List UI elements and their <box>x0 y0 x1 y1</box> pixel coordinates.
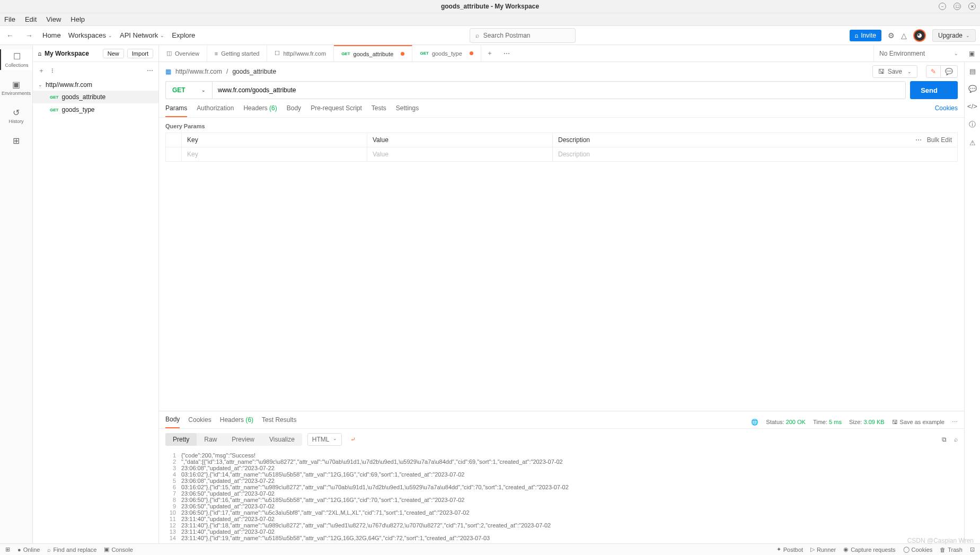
nav-explore[interactable]: Explore <box>172 31 195 39</box>
maximize-button[interactable]: ☐ <box>953 3 961 10</box>
footer-trash[interactable]: 🗑 Trash <box>940 546 963 553</box>
nav-workspaces[interactable]: Workspaces⌄ <box>68 31 112 39</box>
chevron-down-icon: ⌄ <box>333 436 337 443</box>
nav-home[interactable]: Home <box>42 31 61 39</box>
leftbar-item-environments[interactable]: ▣Environments <box>0 77 32 98</box>
cookies-link[interactable]: Cookies <box>935 104 958 117</box>
view-tab-preview[interactable]: Preview <box>224 433 262 446</box>
url-input[interactable] <box>212 81 906 99</box>
new-button[interactable]: New <box>103 49 124 58</box>
save-button[interactable]: 🖫Save⌄ <box>872 65 917 78</box>
footer-find[interactable]: ⌕ Find and replace <box>47 547 96 553</box>
code-icon[interactable]: </> <box>967 102 977 110</box>
response-tab-test-results[interactable]: Test Results <box>262 416 296 428</box>
workspace-name[interactable]: My Workspace <box>45 50 100 57</box>
response-body[interactable]: 1{"code":200,"msg":"Success!2","data":[{… <box>159 450 964 543</box>
minimize-button[interactable]: − <box>939 3 946 10</box>
info-icon[interactable]: ⓘ <box>969 120 976 129</box>
menu-edit[interactable]: Edit <box>25 15 37 23</box>
avatar[interactable]: ◕ <box>913 29 926 42</box>
footer-postbot[interactable]: ✦ Postbot <box>776 546 803 553</box>
footer-runner[interactable]: ▷ Runner <box>810 546 836 553</box>
tab[interactable]: ☐http//www.fr.com <box>267 45 334 61</box>
edit-icon[interactable]: ✎ <box>926 66 941 77</box>
search-input[interactable]: ⌕ Search Postman <box>470 28 576 43</box>
nav-api-network[interactable]: API Network⌄ <box>120 31 164 39</box>
nav-forward-icon[interactable]: → <box>23 31 35 40</box>
tab[interactable]: GETgoods_type <box>412 45 481 61</box>
search-icon[interactable]: ⌕ <box>954 436 958 443</box>
menu-help[interactable]: Help <box>70 15 85 23</box>
view-tab-visualize[interactable]: Visualize <box>262 433 302 446</box>
view-tab-raw[interactable]: Raw <box>197 433 224 446</box>
request-tab-authorization[interactable]: Authorization <box>197 104 234 117</box>
save-example-button[interactable]: 🖫Save as example <box>892 419 944 425</box>
nav-back-icon[interactable]: ← <box>4 31 16 40</box>
comments-icon[interactable]: 💬 <box>968 85 977 93</box>
method-dropdown[interactable]: GET⌄ <box>165 81 212 99</box>
tab[interactable]: GETgoods_attribute <box>334 45 412 61</box>
more-icon[interactable]: ⋯ <box>915 136 922 144</box>
send-button[interactable]: Send⌄ <box>910 81 958 99</box>
request-tab-headers[interactable]: Headers (6) <box>243 104 277 117</box>
notifications-icon[interactable]: △ <box>901 31 907 40</box>
wrap-lines-icon[interactable]: ⤶ <box>346 434 360 445</box>
value-input[interactable]: Value <box>367 147 553 161</box>
request-tab-pre-request-script[interactable]: Pre-request Script <box>311 104 362 117</box>
request-item[interactable]: GETgoods_attribute <box>33 91 158 103</box>
filter-icon[interactable]: ⫶ <box>51 67 54 74</box>
request-tab-body[interactable]: Body <box>287 104 301 117</box>
window-controls: − ☐ ✕ <box>939 3 976 10</box>
footer-panel-icon[interactable]: ⊞ <box>5 546 10 553</box>
comment-icon[interactable]: 💬 <box>941 66 957 77</box>
import-button[interactable]: Import <box>127 49 153 58</box>
response-tab-body[interactable]: Body <box>165 416 180 428</box>
more-icon[interactable]: ⋯ <box>147 67 153 74</box>
footer-cookies[interactable]: ◯ Cookies <box>903 546 933 553</box>
copy-icon[interactable]: ⧉ <box>942 436 947 443</box>
bulk-edit-link[interactable]: Bulk Edit <box>927 136 952 144</box>
view-tab-pretty[interactable]: Pretty <box>165 433 197 446</box>
environment-dropdown[interactable]: No Environment⌄ <box>873 45 964 61</box>
footer-online[interactable]: ● Online <box>17 547 40 553</box>
add-icon[interactable]: ＋ <box>38 66 45 75</box>
language-dropdown[interactable]: HTML⌄ <box>307 433 342 446</box>
tab[interactable]: ≡Getting started <box>207 45 268 61</box>
leftbar-icon: ▣ <box>12 80 20 90</box>
footer-console[interactable]: ▣ Console <box>104 546 133 553</box>
close-button[interactable]: ✕ <box>968 3 976 10</box>
leftbar-item-collections[interactable]: ☐Collections <box>0 49 32 70</box>
invite-button[interactable]: ⩍Invite <box>850 30 881 41</box>
footer-layout-icon[interactable]: ⊡ <box>970 546 975 553</box>
tab-overflow-icon[interactable]: ⋯ <box>498 45 515 61</box>
key-input[interactable]: Key <box>182 147 367 161</box>
env-quicklook-icon[interactable]: ▣ <box>964 45 980 61</box>
breadcrumb-parent[interactable]: http//www.fr.com <box>175 68 222 75</box>
description-input[interactable]: Description <box>553 147 957 161</box>
response-tab-headers[interactable]: Headers (6) <box>220 416 253 428</box>
chevron-down-icon: ⌄ <box>966 33 970 38</box>
method-badge: GET <box>341 51 350 56</box>
status-label: Status: 200 OK <box>766 419 806 425</box>
method-badge: GET <box>420 51 428 56</box>
request-tab-tests[interactable]: Tests <box>372 104 386 117</box>
request-tab-params[interactable]: Params <box>165 104 187 117</box>
docs-icon[interactable]: ▤ <box>969 67 976 75</box>
upgrade-button[interactable]: Upgrade⌄ <box>932 29 976 42</box>
menu-file[interactable]: File <box>4 15 15 23</box>
response-tab-cookies[interactable]: Cookies <box>188 416 211 428</box>
collection-item[interactable]: ⌄ http//www.fr.com <box>33 79 158 91</box>
request-tab-settings[interactable]: Settings <box>396 104 419 117</box>
globe-icon[interactable]: 🌐 <box>751 419 758 426</box>
leftbar-item-history[interactable]: ↺History <box>0 105 32 126</box>
request-item[interactable]: GETgoods_type <box>33 103 158 116</box>
more-icon[interactable]: ⋯ <box>952 419 958 426</box>
footer-capture[interactable]: ◉ Capture requests <box>843 546 895 553</box>
col-value: Value <box>367 133 553 147</box>
settings-icon[interactable]: ⚙ <box>888 31 895 40</box>
tab[interactable]: ◫Overview <box>159 45 207 61</box>
warning-icon[interactable]: ⚠ <box>969 139 976 147</box>
new-tab-button[interactable]: ＋ <box>481 45 498 61</box>
leftbar-item-more[interactable]: ⊞ <box>0 134 32 148</box>
menu-view[interactable]: View <box>46 15 61 23</box>
